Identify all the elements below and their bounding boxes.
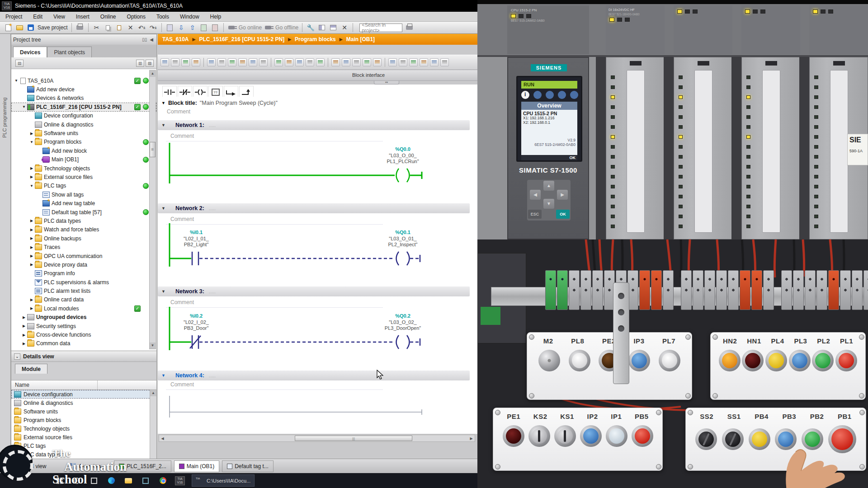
network-4-comment[interactable]: Comment xyxy=(170,381,194,388)
tree-item-device-proxy-data[interactable]: ▶Device proxy data xyxy=(11,260,156,269)
tree-item-add-new-device[interactable]: Add new device xyxy=(11,85,156,94)
collapse-panel-icon[interactable]: ◀ xyxy=(148,37,155,42)
compile-icon[interactable] xyxy=(165,23,175,32)
network-2-comment[interactable]: Comment xyxy=(170,216,194,222)
close-window-icon[interactable]: ✕ xyxy=(340,23,349,32)
expand-closed-icon[interactable]: ▶ xyxy=(29,166,34,170)
tree-expand-all-icon[interactable]: ▥ xyxy=(136,60,144,67)
network-1-comment[interactable]: Comment xyxy=(170,133,194,139)
expand-closed-icon[interactable]: ▶ xyxy=(22,342,26,346)
expand-open-icon[interactable]: ▼ xyxy=(14,79,19,83)
tree-item-device-configuration[interactable]: Device configuration xyxy=(11,112,156,120)
window-split-horizontal-icon[interactable] xyxy=(329,23,338,32)
details-row-plc-data-types[interactable]: PLC data types xyxy=(11,450,156,459)
editor-toolbar-icon[interactable] xyxy=(399,58,407,66)
diagnostics-icon[interactable]: 🔧 xyxy=(306,23,315,32)
editor-toolbar-icon[interactable] xyxy=(306,58,314,66)
network-4-header[interactable]: ▼Network 4:..... xyxy=(158,371,470,380)
tree-item-main-ob1[interactable]: Main [OB1] xyxy=(11,155,156,164)
menu-project[interactable]: Project xyxy=(5,14,22,20)
scrollbar-thumb[interactable] xyxy=(150,142,156,157)
menu-options[interactable]: Options xyxy=(127,14,146,20)
file-explorer-icon[interactable] xyxy=(123,475,134,486)
editor-toolbar-icon[interactable] xyxy=(440,58,449,66)
editor-toolbar-icon[interactable] xyxy=(316,58,325,66)
details-module-tab[interactable]: Module xyxy=(15,364,47,374)
tree-item-program-info[interactable]: Program info xyxy=(11,269,156,278)
window-split-vertical-icon[interactable] xyxy=(317,23,326,32)
network-1-header[interactable]: ▼Network 1:..... xyxy=(158,120,470,130)
project-tree-scrollbar[interactable]: ▲ ▼ xyxy=(149,70,156,349)
tree-item-ungrouped-devices[interactable]: ▶Ungrouped devices xyxy=(11,313,156,322)
new-project-icon[interactable]: ✶ xyxy=(4,23,13,32)
redo-icon[interactable]: ↷ xyxy=(149,23,158,32)
network-4-rung[interactable] xyxy=(158,389,456,422)
tree-item-external-source-files[interactable]: ▶External source files xyxy=(11,173,156,181)
expand-closed-icon[interactable]: ▶ xyxy=(29,131,34,136)
details-scrollbar[interactable]: ▲ xyxy=(150,390,156,459)
menu-window[interactable]: Window xyxy=(180,14,199,20)
tia-portal-taskbar-icon[interactable]: TIAV16 xyxy=(175,475,185,486)
expand-closed-icon[interactable]: ▶ xyxy=(29,263,34,267)
task-view-icon[interactable] xyxy=(89,475,99,486)
tree-item-add-new-tag-table[interactable]: Add new tag table xyxy=(11,199,156,207)
tree-item-show-all-tags[interactable]: Show all tags xyxy=(11,190,156,199)
tree-item-online-card-data[interactable]: ▶Online card data xyxy=(11,296,156,304)
expand-open-icon[interactable]: ▼ xyxy=(29,184,34,188)
delete-icon[interactable]: ✕ xyxy=(126,23,135,32)
network-2-rung[interactable]: %I0.1 "L02_I_01_ PB2_Light" %Q0.1 "L03_O… xyxy=(158,223,456,267)
save-project-button[interactable]: Save project xyxy=(38,24,68,31)
expand-closed-icon[interactable]: ▶ xyxy=(29,298,34,302)
scroll-right-icon[interactable]: ▶ xyxy=(468,436,475,441)
menu-tools[interactable]: Tools xyxy=(156,14,169,20)
go-online-button[interactable]: Go online xyxy=(239,24,262,31)
editor-toolbar-icon[interactable] xyxy=(363,58,371,66)
block-interface-bar[interactable]: Block interface xyxy=(158,70,477,81)
editor-toolbar-icon[interactable] xyxy=(228,58,236,66)
editor-toolbar-icon[interactable] xyxy=(352,58,361,66)
network-1-rung[interactable]: %Q0.0 "L03_O_00_ PL1_PLCRun" xyxy=(158,140,456,183)
download-to-device-icon[interactable]: ⇩ xyxy=(177,23,186,32)
expand-closed-icon[interactable]: ▶ xyxy=(22,315,26,319)
editor-toolbar-icon[interactable] xyxy=(274,58,283,66)
menu-view[interactable]: View xyxy=(53,14,65,20)
print-icon[interactable] xyxy=(75,23,85,32)
tree-item-cross-device-functions[interactable]: ▶Cross-device functions xyxy=(11,330,156,339)
stop-cpu-icon[interactable] xyxy=(211,23,220,32)
tree-item-technology-objects[interactable]: ▶Technology objects xyxy=(11,164,156,173)
cut-icon[interactable]: ✂ xyxy=(92,23,101,32)
tree-item-program-blocks[interactable]: ▼Program blocks xyxy=(11,138,156,146)
editor-toolbar-icon[interactable] xyxy=(420,58,428,66)
editor-toolbar-icon[interactable] xyxy=(285,58,293,66)
editor-toolbar-icon[interactable] xyxy=(409,58,418,66)
tree-item-default-tag-table-57[interactable]: Default tag table [57] xyxy=(11,208,156,216)
expand-closed-icon[interactable]: ▶ xyxy=(29,306,34,310)
editor-toolbar-icon[interactable] xyxy=(238,58,247,66)
details-row-plc-tags[interactable]: PLC tags xyxy=(11,441,156,450)
editor-toolbar-icon[interactable] xyxy=(259,58,268,66)
tree-item-plc-tags[interactable]: ▼PLC tags xyxy=(11,182,156,190)
chrome-browser-icon[interactable] xyxy=(157,475,168,486)
editor-toolbar-icon[interactable] xyxy=(342,58,350,66)
tab-devices[interactable]: Devices xyxy=(13,47,47,57)
tree-item-security-settings[interactable]: ▶Security settings xyxy=(11,322,156,330)
tree-filter-icon[interactable]: ▤ xyxy=(15,60,24,67)
expand-closed-icon[interactable]: ▶ xyxy=(29,175,34,179)
tree-item-devices-networks[interactable]: Devices & networks xyxy=(11,94,156,103)
details-row-online-diagnostics[interactable]: Online & diagnostics xyxy=(11,399,156,407)
network-3-comment[interactable]: Comment xyxy=(170,299,194,305)
block-title-row[interactable]: ▼ Block title: "Main Program Sweep (Cycl… xyxy=(158,99,278,108)
editor-toolbar-icon[interactable] xyxy=(295,58,304,66)
doc-tab-main-ob1[interactable]: Main (OB1) xyxy=(174,460,219,472)
block-comment[interactable]: Comment xyxy=(167,108,190,115)
tree-item-plc-alarm-text-lists[interactable]: PLC alarm text lists xyxy=(11,286,156,295)
tree-item-watch-and-force-tables[interactable]: ▶Watch and force tables xyxy=(11,225,156,234)
editor-toolbar-icon[interactable] xyxy=(249,58,257,66)
breadcrumb-main-ob1[interactable]: Main [OB1] xyxy=(346,36,375,42)
breadcrumb-plc-1516f-216-cpu-1515-2-pn[interactable]: PLC_1516F_216 [CPU 1515-2 PN] xyxy=(199,36,284,42)
menu-online[interactable]: Online xyxy=(100,14,116,20)
print-preview-icon[interactable] xyxy=(405,23,414,32)
start-cpu-icon[interactable] xyxy=(199,23,208,32)
editor-toolbar-icon[interactable] xyxy=(331,58,340,66)
network-3-rung[interactable]: %I0.2 "L02_I_02_ PB3_Door" %Q0.2 "L03_O_… xyxy=(158,307,456,350)
